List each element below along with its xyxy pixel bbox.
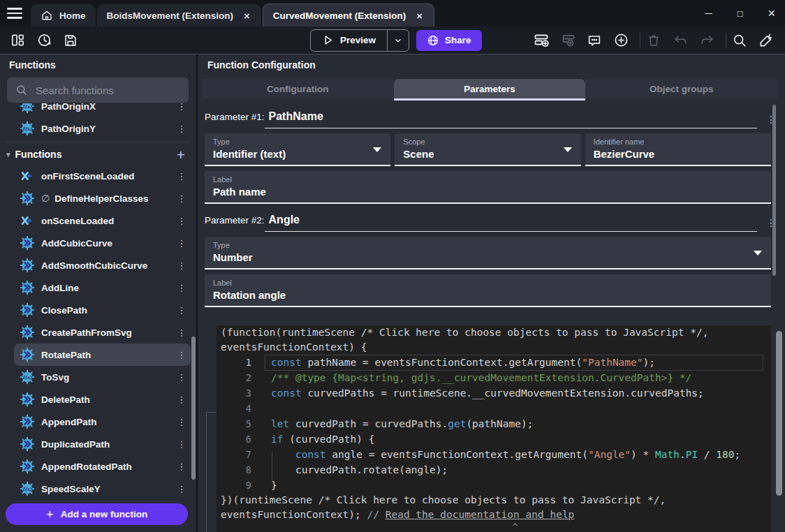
search-icon[interactable] [731,31,749,50]
function-list-item[interactable]: ClosePath⋮ [14,299,191,321]
function-list-item[interactable]: f(x)SpeedScaleY⋮ [14,478,191,496]
tab-boidsmovement[interactable]: BoidsMovement (Extension) × [97,4,261,27]
hamburger-menu-icon[interactable] [7,8,22,19]
add-function-plus-icon[interactable]: + [177,147,185,162]
function-list-item[interactable]: DuplicatedPath⋮ [14,433,191,455]
kebab-menu-icon[interactable]: ⋮ [177,372,186,383]
add-event-icon[interactable] [532,31,550,50]
label-field[interactable]: Label Path name [205,171,771,204]
parameter-name-field[interactable]: PathName [265,110,757,128]
search-functions-box[interactable] [7,77,189,103]
close-window-icon[interactable]: × [768,7,775,20]
code-line[interactable]: 8 curvedPath.rotate(angle); [217,462,771,478]
sidebar-scrollbar[interactable] [191,337,196,480]
kebab-menu-icon[interactable]: ⋮ [177,260,186,271]
preview-button[interactable]: Preview [311,30,387,51]
code-wrapper-line[interactable]: (function(runtimeScene /* Click here to … [217,325,771,340]
function-name: DeletePath [41,394,170,405]
search-functions-input[interactable] [34,84,177,97]
function-list-item[interactable]: f(x)ToSvg⋮ [14,366,191,388]
add-new-function-button[interactable]: + Add a new function [6,503,188,525]
kebab-menu-icon[interactable]: ⋮ [177,193,186,204]
function-list-item[interactable]: DeletePath⋮ [14,388,191,411]
type-select[interactable]: Type Number [205,237,771,269]
function-list-item[interactable]: CreatePathFromSvg⋮ [14,321,191,343]
kebab-menu-icon[interactable]: ⋮ [177,171,186,182]
documentation-link[interactable]: Read the documentation and help [386,509,575,520]
tab-configuration[interactable]: Configuration [202,79,394,98]
function-list-item[interactable]: ∅DefineHelperClasses⋮ [14,187,191,209]
functions-section-header[interactable]: ▾ Functions + [0,144,196,165]
share-button[interactable]: Share [416,30,482,51]
code-line[interactable]: 7 const angle = eventsFunctionContext.ge… [217,447,771,462]
add-subevent-icon[interactable] [559,31,577,50]
function-list-item[interactable]: f(x)PathOriginY⋮ [14,117,191,140]
redo-icon[interactable] [698,31,716,50]
kebab-menu-icon[interactable]: ⋮ [177,305,186,316]
kebab-menu-icon[interactable]: ⋮ [177,350,186,360]
code-wrapper-line[interactable]: })(runtimeScene /* Click here to choose … [217,493,771,508]
events-scrollbar[interactable] [776,331,782,496]
tab-home[interactable]: Home [31,4,96,27]
function-list-item[interactable]: onSceneLoaded⋮ [14,209,191,232]
label-field[interactable]: Label Rotation angle [205,274,771,307]
kebab-menu-icon[interactable]: ⋮ [177,216,186,226]
scope-select[interactable]: Scope Scene [395,133,580,166]
code-line[interactable]: 3const curvedPaths = runtimeScene.__curv… [217,385,771,401]
save-icon[interactable] [61,31,80,50]
function-list-item[interactable]: AddSmoothCubicCurve⋮ [14,254,191,276]
function-list-item[interactable]: RotatePath⋮ [14,343,191,366]
tab-parameters[interactable]: Parameters [394,79,586,98]
kebab-menu-icon[interactable]: ⋮ [177,461,186,472]
code-line[interactable]: 9} [217,478,771,493]
function-list-item[interactable]: AddCubicCurve⋮ [14,232,191,254]
delete-icon[interactable] [645,31,663,50]
kebab-menu-icon[interactable]: ⋮ [764,217,778,228]
identifier-name-field[interactable]: Identifier name BezierCurve [585,133,771,166]
function-list-item[interactable]: AddLine⋮ [14,276,191,299]
kebab-menu-icon[interactable]: ⋮ [177,394,186,405]
parameters-scrollbar[interactable] [772,105,776,276]
code-line[interactable]: 2/** @type {Map<string, gdjs.__curvedMov… [217,370,771,385]
function-list-item[interactable]: AppendPath⋮ [14,411,191,433]
kebab-menu-icon[interactable]: ⋮ [177,238,186,249]
minimize-icon[interactable]: ─ [705,8,712,18]
magic-pen-icon[interactable] [757,31,775,50]
indent-guide [272,451,272,482]
code-line[interactable]: 1const pathName = eventsFunctionContext.… [217,355,771,370]
action-icon [20,459,35,474]
history-icon[interactable] [35,31,53,50]
kebab-menu-icon[interactable]: ⋮ [177,484,186,494]
kebab-menu-icon[interactable]: ⋮ [177,283,186,293]
preview-dropdown-button[interactable] [387,30,409,51]
close-tab-icon[interactable]: × [415,10,424,22]
javascript-code-editor[interactable]: (function(runtimeScene /* Click here to … [217,325,771,532]
type-select[interactable]: Type Identifier (text) [205,133,390,166]
kebab-menu-icon[interactable]: ⋮ [177,417,186,427]
code-line[interactable]: 6if (curvedPath) { [217,431,771,447]
undo-icon[interactable] [671,31,689,50]
play-icon [322,34,334,46]
code-lines[interactable]: 1const pathName = eventsFunctionContext.… [217,355,771,493]
code-line[interactable]: 4 [217,401,771,416]
kebab-menu-icon[interactable]: ⋮ [177,124,186,134]
maximize-icon[interactable]: □ [738,9,743,18]
code-line[interactable]: 5let curvedPath = curvedPaths.get(pathNa… [217,416,771,431]
circle-plus-icon[interactable] [612,31,630,50]
kebab-menu-icon[interactable]: ⋮ [764,114,778,125]
project-manager-icon[interactable] [8,31,27,50]
kebab-menu-icon[interactable]: ⋮ [177,327,186,338]
kebab-menu-icon[interactable]: ⋮ [177,103,186,112]
function-list-item[interactable]: onFirstSceneLoaded⋮ [14,165,191,187]
kebab-menu-icon[interactable]: ⋮ [177,439,186,450]
function-list-item[interactable]: f(x)PathOriginX⋮ [14,103,191,117]
code-text: curvedPath.rotate(angle); [265,463,763,478]
add-comment-icon[interactable] [585,31,603,50]
close-tab-icon[interactable]: × [242,10,251,22]
tab-object-groups[interactable]: Object groups [585,79,777,98]
titlebar: Home BoidsMovement (Extension) × CurvedM… [0,0,785,27]
collapse-arrow-icon[interactable]: ▾ [6,150,10,159]
parameter-name-field[interactable]: Angle [265,214,757,232]
function-list-item[interactable]: AppendRotatedPath⋮ [14,455,191,478]
tab-curvedmovement[interactable]: CurvedMovement (Extension) × [263,3,434,27]
